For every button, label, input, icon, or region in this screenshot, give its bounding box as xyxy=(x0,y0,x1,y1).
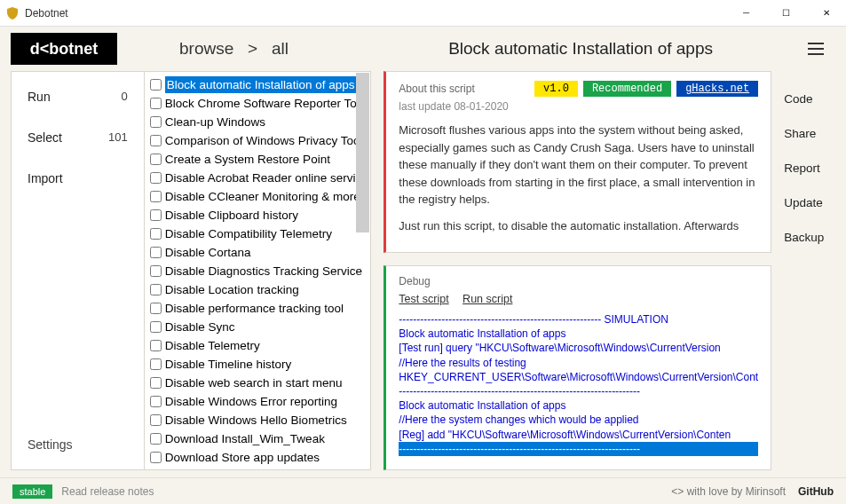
list-item-checkbox[interactable] xyxy=(150,191,162,202)
list-item[interactable]: Disable Diagnostics Tracking Service xyxy=(148,262,368,280)
list-item-label: Create a System Restore Point xyxy=(165,151,330,168)
about-card: About this script v1.0 Recommended gHack… xyxy=(383,71,771,253)
header: d<botnet browse > all Block automatic In… xyxy=(0,27,846,71)
list-item-label: Clean-up Windows xyxy=(165,114,265,130)
list-item-label: Disable Clipboard history xyxy=(165,207,298,224)
list-item-checkbox[interactable] xyxy=(150,228,162,240)
sidebar-left: Run 0 Select 101 Import Settings xyxy=(11,71,145,470)
list-item-label: Disable Windows Hello Biometrics xyxy=(165,412,347,429)
nav-settings[interactable]: Settings xyxy=(28,437,128,452)
list-item-checkbox[interactable] xyxy=(150,321,162,333)
list-item[interactable]: Block automatic Installation of apps xyxy=(148,75,368,94)
list-item[interactable]: Disable Windows Error reporting xyxy=(148,392,368,411)
list-item[interactable]: Disable Acrobat Reader online service xyxy=(148,169,368,187)
version-badge: v1.0 xyxy=(534,81,578,97)
sidebar-right: Code Share Report Update Backup xyxy=(771,71,835,470)
list-item-checkbox[interactable] xyxy=(150,172,162,184)
breadcrumb[interactable]: browse > all xyxy=(179,39,289,59)
debug-card: Debug Test script Run script -----------… xyxy=(383,265,771,470)
credit: <> with love by Mirinsoft xyxy=(671,485,786,498)
logo: d<botnet xyxy=(11,33,117,65)
action-report[interactable]: Report xyxy=(784,161,835,175)
list-item[interactable]: Disable CCleaner Monitoring & more xyxy=(148,187,368,206)
about-text-2: Just run this script, to disable the aut… xyxy=(399,217,758,235)
list-item[interactable]: Disable Sync xyxy=(148,318,368,336)
debug-output: ----------------------------------------… xyxy=(399,312,758,456)
list-item-checkbox[interactable] xyxy=(150,396,162,407)
run-script-link[interactable]: Run script xyxy=(463,293,512,305)
recommended-badge: Recommended xyxy=(583,81,671,97)
list-item[interactable]: Disable Timeline history xyxy=(148,355,368,374)
list-item-checkbox[interactable] xyxy=(150,377,162,389)
close-button[interactable]: ✕ xyxy=(806,0,846,27)
list-item-checkbox[interactable] xyxy=(150,116,162,128)
list-item-checkbox[interactable] xyxy=(150,135,162,146)
main: Run 0 Select 101 Import Settings Block a… xyxy=(0,71,846,470)
menu-button[interactable] xyxy=(802,35,830,63)
list-item[interactable]: Comparison of Windows Privacy Tools xyxy=(148,131,368,150)
list-item-checkbox[interactable] xyxy=(150,340,162,351)
list-item-label: Disable Timeline history xyxy=(165,356,292,373)
list-item-label: Block automatic Installation of apps xyxy=(165,76,357,93)
list-item-label: Disable Location tracking xyxy=(165,281,299,298)
list-item-checkbox[interactable] xyxy=(150,79,162,91)
nav-run[interactable]: Run 0 xyxy=(28,90,128,104)
list-item-checkbox[interactable] xyxy=(150,154,162,165)
footer: stable Read release notes <> with love b… xyxy=(0,477,846,504)
list-item-checkbox[interactable] xyxy=(150,265,162,277)
list-item-label: Disable Acrobat Reader online service xyxy=(165,169,368,186)
list-item[interactable]: Create a System Restore Point xyxy=(148,150,368,169)
list-item-label: Comparison of Windows Privacy Tools xyxy=(165,132,368,149)
list-item-checkbox[interactable] xyxy=(150,303,162,314)
list-item-label: Disable Diagnostics Tracking Service xyxy=(165,263,362,280)
list-item-label: Disable Compatibility Telemetry xyxy=(165,225,332,242)
list-item-label: Download Store app updates xyxy=(165,449,320,466)
list-item-label: Block Chrome Software Reporter Tool xyxy=(165,95,366,112)
list-item[interactable]: Disable web search in start menu xyxy=(148,374,368,392)
github-link[interactable]: GitHub xyxy=(798,485,834,498)
list-item-checkbox[interactable] xyxy=(150,209,162,221)
maximize-button[interactable]: ☐ xyxy=(766,0,806,27)
list-item-checkbox[interactable] xyxy=(150,414,162,426)
list-item-label: Disable Cortana xyxy=(165,244,251,261)
action-backup[interactable]: Backup xyxy=(784,231,835,244)
list-item[interactable]: Download Store app updates xyxy=(148,448,368,466)
release-notes-link[interactable]: Read release notes xyxy=(61,485,154,498)
list-item[interactable]: Disable performance tracking tool xyxy=(148,299,368,318)
list-item-checkbox[interactable] xyxy=(150,433,162,445)
list-item[interactable]: Disable Telemetry xyxy=(148,336,368,355)
list-item[interactable]: Disable Compatibility Telemetry xyxy=(148,224,368,243)
list-item[interactable]: Disable Clipboard history xyxy=(148,206,368,224)
scrollbar[interactable] xyxy=(356,73,369,232)
test-script-link[interactable]: Test script xyxy=(399,293,448,305)
list-item[interactable]: Disable Cortana xyxy=(148,243,368,262)
list-item-checkbox[interactable] xyxy=(150,452,162,463)
list-item-checkbox[interactable] xyxy=(150,98,162,109)
list-item[interactable]: Download Install_Wim_Tweak xyxy=(148,429,368,448)
list-item-checkbox[interactable] xyxy=(150,358,162,370)
list-item-checkbox[interactable] xyxy=(150,284,162,295)
nav-import[interactable]: Import xyxy=(28,171,128,185)
list-item-label: Disable CCleaner Monitoring & more xyxy=(165,188,360,205)
list-item-checkbox[interactable] xyxy=(150,247,162,258)
about-text-1: Microsoft flushes various apps into the … xyxy=(399,122,758,209)
nav-select[interactable]: Select 101 xyxy=(28,130,128,145)
stable-badge: stable xyxy=(12,484,52,499)
minimize-button[interactable]: ─ xyxy=(726,0,766,27)
list-item[interactable]: Clean-up Windows xyxy=(148,113,368,131)
list-item-label: Disable Sync xyxy=(165,319,235,335)
action-update[interactable]: Update xyxy=(784,196,835,209)
list-item-label: Download Install_Wim_Tweak xyxy=(165,430,325,447)
list-item[interactable]: Block Chrome Software Reporter Tool xyxy=(148,94,368,113)
app-icon xyxy=(5,6,20,20)
list-item[interactable]: Disable Location tracking xyxy=(148,280,368,299)
titlebar: Debotnet ─ ☐ ✕ xyxy=(0,0,846,27)
window-title: Debotnet xyxy=(25,7,726,20)
source-link[interactable]: gHacks.net xyxy=(676,81,758,97)
list-item-label: Disable performance tracking tool xyxy=(165,300,344,317)
action-share[interactable]: Share xyxy=(784,127,835,140)
about-label: About this script xyxy=(399,83,474,95)
detail-pane: About this script v1.0 Recommended gHack… xyxy=(383,71,771,470)
list-item[interactable]: Disable Windows Hello Biometrics xyxy=(148,411,368,429)
action-code[interactable]: Code xyxy=(784,92,835,106)
